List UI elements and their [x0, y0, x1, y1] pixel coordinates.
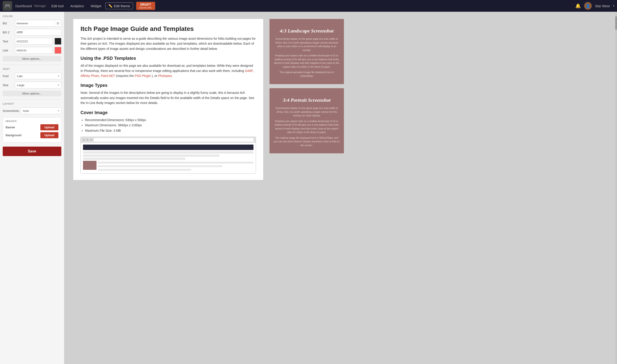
screenshots-label: Screenshots: [3, 109, 19, 113]
text-color-value: #222222: [15, 40, 52, 43]
font-chevron-down-icon: ▾: [58, 75, 59, 78]
section3-title: Cover Image: [80, 110, 256, 115]
text-color-row: Text #222222: [3, 38, 61, 45]
manage-label: Manage:: [34, 4, 46, 8]
screenshot-cards: 4:3 Landscape Screenshot Screenshots dis…: [270, 19, 344, 180]
avatar[interactable]: 👤: [584, 2, 592, 10]
text-color-input[interactable]: #222222: [15, 38, 53, 45]
notification-bell-icon[interactable]: 🔔: [575, 3, 581, 9]
link-color-input[interactable]: #fa5c5c: [15, 47, 53, 54]
nav-edit-tool[interactable]: Edit tool: [49, 3, 66, 9]
screenshots-chevron-down-icon: ▾: [58, 109, 59, 112]
bg2-color-row: BG 2 #ffffff: [3, 29, 61, 36]
gimp-link[interactable]: GIMP: [245, 69, 253, 73]
nav-analytics[interactable]: Analytics: [68, 3, 87, 9]
text-section-title: TEXT: [3, 68, 61, 70]
bg2-label: BG 2: [3, 31, 13, 34]
link-color-row: Link #fa5c5c: [3, 47, 61, 54]
card1-p3: The original uploaded image file display…: [273, 70, 340, 78]
text-more-options-button[interactable]: More options...: [3, 91, 61, 96]
paintnet-link[interactable]: Paint.NET: [101, 74, 115, 78]
card2-p2: Keeping your aspect ratio as a shallow l…: [273, 119, 340, 134]
color-more-options-button[interactable]: More options...: [3, 56, 61, 62]
bg-color-row: BG #eeeeee ⊞: [3, 20, 61, 26]
cover-bullet-3: Maximum File Size: 3 MB: [85, 128, 256, 133]
color-section-title: COLOR: [3, 15, 61, 18]
scrollbar-thumb[interactable]: [615, 16, 617, 30]
card2-p3: The original image file displayed here i…: [273, 136, 340, 147]
cover-bullet-2: Maximum Dimensions: 3840px x 2160px: [85, 123, 256, 128]
chevron-down-icon[interactable]: ▾: [613, 4, 614, 7]
font-label: Font: [3, 74, 13, 78]
section1-body: All of the images displayed on this page…: [80, 63, 256, 78]
card1-title: 4:3 Landscape Screenshot: [273, 28, 340, 34]
page-title: Itch Page Image Guide and Templates: [80, 25, 256, 32]
link-label: Link: [3, 49, 13, 52]
text-color-swatch[interactable]: [55, 38, 61, 45]
size-label: Size: [3, 83, 13, 87]
images-section-title: IMAGES: [6, 120, 58, 122]
pencil-icon: ✏️: [108, 4, 113, 8]
cover-bullet-1: Recommended Dimensions: 630px x 500px: [85, 117, 256, 123]
size-row: Size Large ▾: [3, 82, 61, 88]
psd-plugin-link[interactable]: PSD Plugin: [135, 74, 151, 78]
save-button[interactable]: Save: [3, 147, 61, 156]
banner-label: Banner: [6, 126, 15, 129]
link-color-swatch[interactable]: [55, 47, 61, 54]
font-select[interactable]: Lato ▾: [15, 73, 61, 79]
main-content[interactable]: Itch Page Image Guide and Templates This…: [64, 12, 617, 364]
intro-text: This itch project is intended to serve a…: [80, 36, 256, 51]
screenshots-row: Screenshots Auto ▾: [3, 107, 61, 114]
size-select[interactable]: Large ▾: [15, 82, 61, 88]
draft-button[interactable]: DRAFT Secret URL: [136, 2, 155, 10]
link-color-value: #fa5c5c: [15, 49, 52, 52]
size-chevron-down-icon: ▾: [58, 84, 59, 87]
section2-body: Note: Several of the images in the descr…: [80, 90, 256, 105]
cover-bullets: Recommended Dimensions: 630px x 500px Ma…: [85, 117, 256, 133]
grid-icon: ⊞: [55, 20, 61, 26]
top-navigation: 🎮 Dashboard Manage: Edit tool Analytics …: [0, 0, 617, 12]
background-upload-button[interactable]: Upload: [40, 132, 58, 138]
dashboard-link[interactable]: Dashboard: [15, 4, 32, 8]
photopea-link[interactable]: Photopea: [158, 74, 172, 78]
main-layout: COLOR BG #eeeeee ⊞ BG 2 #ffffff Text #22…: [0, 12, 617, 364]
content-body: Itch Page Image Guide and Templates This…: [73, 19, 263, 180]
left-panel: COLOR BG #eeeeee ⊞ BG 2 #ffffff Text #22…: [0, 12, 64, 364]
app-logo[interactable]: 🎮: [3, 1, 12, 11]
section1-title: Using the .PSD Templates: [80, 56, 256, 61]
scrollbar[interactable]: [615, 12, 617, 364]
edit-theme-button[interactable]: ✏️ Edit theme: [105, 2, 133, 9]
section2-title: Image Types: [80, 83, 256, 88]
card1-p1: Screenshots display on the game page at …: [273, 37, 340, 52]
nav-widget[interactable]: Widget: [88, 3, 104, 9]
portrait-card: 3:4 Portrait Screenshot Screenshots disp…: [270, 88, 344, 153]
affinity-link[interactable]: Affinity Photo: [80, 74, 99, 78]
background-label: Background: [6, 133, 21, 137]
layout-section-title: LAYOUT: [3, 102, 61, 105]
background-row: Background Upload: [6, 132, 58, 138]
bg2-color-value: #ffffff: [15, 31, 61, 34]
banner-upload-button[interactable]: Upload: [40, 124, 58, 130]
images-section: IMAGES Banner Upload Background Upload: [3, 117, 61, 143]
bg-color-value: #eeeeee: [15, 22, 55, 25]
bg-label: BG: [3, 22, 13, 25]
landscape-card: 4:3 Landscape Screenshot Screenshots dis…: [270, 19, 344, 84]
card2-title: 3:4 Portrait Screenshot: [273, 97, 340, 103]
card1-p2: Keeping your aspect ratio as a shallow l…: [273, 54, 340, 69]
browser-mockup: [80, 137, 256, 174]
banner-row: Banner Upload: [6, 124, 58, 130]
screenshots-select[interactable]: Auto ▾: [21, 107, 61, 114]
topnav-right: 🔔 👤 Star West ▾: [575, 2, 614, 10]
font-row: Font Lato ▾: [3, 73, 61, 79]
bg2-color-input[interactable]: #ffffff: [15, 29, 61, 36]
bg-color-input[interactable]: #eeeeee ⊞: [15, 20, 61, 26]
card2-p1: Screenshots display on the game page at …: [273, 106, 340, 117]
text-label: Text: [3, 40, 13, 43]
username-label[interactable]: Star West: [595, 4, 610, 8]
